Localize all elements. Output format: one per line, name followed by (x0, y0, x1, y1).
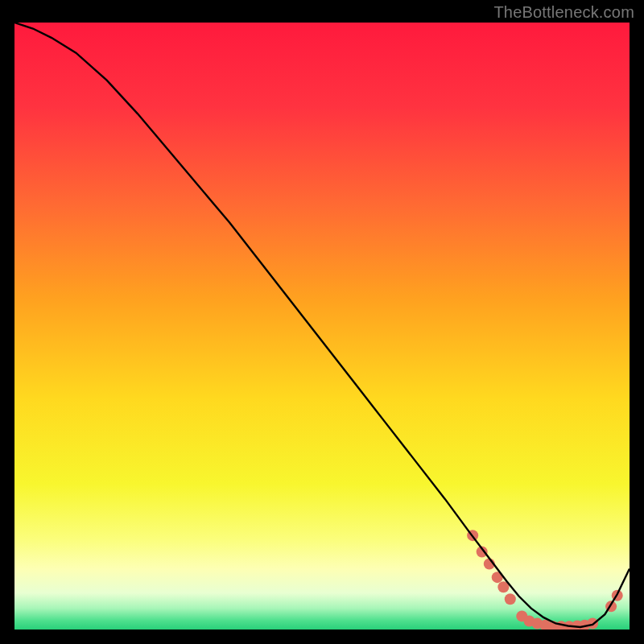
gradient-background (14, 23, 630, 630)
chart-svg (14, 23, 630, 630)
watermark-text: TheBottleneck.com (493, 3, 634, 22)
plot-area (14, 23, 630, 630)
chart-frame: TheBottleneck.com (0, 0, 644, 644)
highlight-dot (505, 593, 516, 605)
